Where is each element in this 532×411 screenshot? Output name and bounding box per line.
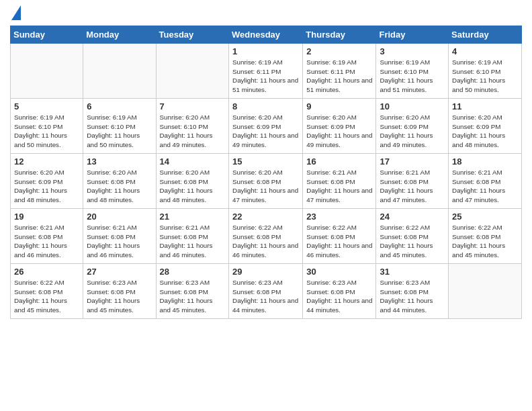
day-number: 13 xyxy=(87,156,152,167)
day-info: Sunrise: 6:22 AM Sunset: 6:08 PM Dayligh… xyxy=(306,223,372,260)
day-info: Sunrise: 6:20 AM Sunset: 6:08 PM Dayligh… xyxy=(232,168,299,205)
calendar-cell: 7Sunrise: 6:20 AM Sunset: 6:10 PM Daylig… xyxy=(156,99,229,154)
day-number: 19 xyxy=(14,212,79,222)
day-number: 6 xyxy=(87,101,152,111)
day-number: 22 xyxy=(232,212,299,222)
day-number: 12 xyxy=(14,156,79,167)
day-info: Sunrise: 6:20 AM Sunset: 6:09 PM Dayligh… xyxy=(232,113,299,150)
day-number: 30 xyxy=(306,267,372,277)
calendar-cell: 10Sunrise: 6:20 AM Sunset: 6:09 PM Dayli… xyxy=(376,99,449,154)
calendar-cell: 21Sunrise: 6:21 AM Sunset: 6:08 PM Dayli… xyxy=(156,209,229,264)
day-number: 23 xyxy=(306,212,372,222)
week-row-4: 19Sunrise: 6:21 AM Sunset: 6:08 PM Dayli… xyxy=(11,209,522,264)
calendar-cell: 25Sunrise: 6:22 AM Sunset: 6:08 PM Dayli… xyxy=(449,209,522,264)
calendar-cell: 15Sunrise: 6:20 AM Sunset: 6:08 PM Dayli… xyxy=(229,154,303,209)
day-info: Sunrise: 6:19 AM Sunset: 6:10 PM Dayligh… xyxy=(14,113,79,150)
weekday-friday: Friday xyxy=(376,26,449,44)
day-number: 26 xyxy=(14,267,79,277)
calendar-cell: 20Sunrise: 6:21 AM Sunset: 6:08 PM Dayli… xyxy=(83,209,156,264)
day-number: 24 xyxy=(380,212,445,222)
calendar-cell: 27Sunrise: 6:23 AM Sunset: 6:08 PM Dayli… xyxy=(83,264,156,319)
calendar-cell: 3Sunrise: 6:19 AM Sunset: 6:10 PM Daylig… xyxy=(376,44,449,99)
day-number: 2 xyxy=(306,46,372,56)
weekday-saturday: Saturday xyxy=(449,26,522,44)
page: SundayMondayTuesdayWednesdayThursdayFrid… xyxy=(0,0,532,411)
day-info: Sunrise: 6:23 AM Sunset: 6:08 PM Dayligh… xyxy=(380,278,445,315)
day-number: 16 xyxy=(306,156,372,167)
day-info: Sunrise: 6:19 AM Sunset: 6:10 PM Dayligh… xyxy=(452,58,518,95)
day-info: Sunrise: 6:20 AM Sunset: 6:09 PM Dayligh… xyxy=(14,168,79,205)
week-row-2: 5Sunrise: 6:19 AM Sunset: 6:10 PM Daylig… xyxy=(11,99,522,154)
day-info: Sunrise: 6:19 AM Sunset: 6:11 PM Dayligh… xyxy=(306,58,372,95)
calendar-cell: 12Sunrise: 6:20 AM Sunset: 6:09 PM Dayli… xyxy=(11,154,83,209)
calendar-cell xyxy=(83,44,156,99)
day-info: Sunrise: 6:21 AM Sunset: 6:08 PM Dayligh… xyxy=(380,168,445,205)
day-number: 14 xyxy=(160,156,226,167)
calendar-cell: 5Sunrise: 6:19 AM Sunset: 6:10 PM Daylig… xyxy=(11,99,83,154)
day-number: 29 xyxy=(232,267,299,277)
day-number: 28 xyxy=(160,267,226,277)
day-info: Sunrise: 6:20 AM Sunset: 6:08 PM Dayligh… xyxy=(87,168,152,205)
day-number: 3 xyxy=(380,46,445,56)
logo-triangle-icon xyxy=(11,5,21,20)
weekday-thursday: Thursday xyxy=(303,26,376,44)
calendar-cell: 22Sunrise: 6:22 AM Sunset: 6:08 PM Dayli… xyxy=(229,209,303,264)
day-number: 1 xyxy=(232,46,299,56)
day-info: Sunrise: 6:20 AM Sunset: 6:10 PM Dayligh… xyxy=(160,113,226,150)
day-info: Sunrise: 6:20 AM Sunset: 6:09 PM Dayligh… xyxy=(380,113,445,150)
day-number: 21 xyxy=(160,212,226,222)
day-number: 25 xyxy=(452,212,518,222)
day-number: 5 xyxy=(14,101,79,111)
day-number: 18 xyxy=(452,156,518,167)
calendar-cell: 4Sunrise: 6:19 AM Sunset: 6:10 PM Daylig… xyxy=(449,44,522,99)
calendar-cell: 16Sunrise: 6:21 AM Sunset: 6:08 PM Dayli… xyxy=(303,154,376,209)
day-number: 4 xyxy=(452,46,518,56)
calendar: SundayMondayTuesdayWednesdayThursdayFrid… xyxy=(10,26,522,319)
calendar-cell: 19Sunrise: 6:21 AM Sunset: 6:08 PM Dayli… xyxy=(11,209,83,264)
calendar-cell: 11Sunrise: 6:20 AM Sunset: 6:09 PM Dayli… xyxy=(449,99,522,154)
day-number: 15 xyxy=(232,156,299,167)
logo xyxy=(10,7,21,20)
calendar-cell xyxy=(449,264,522,319)
weekday-sunday: Sunday xyxy=(11,26,83,44)
day-number: 20 xyxy=(87,212,152,222)
day-info: Sunrise: 6:21 AM Sunset: 6:08 PM Dayligh… xyxy=(14,223,79,260)
day-info: Sunrise: 6:21 AM Sunset: 6:08 PM Dayligh… xyxy=(452,168,518,205)
calendar-cell: 17Sunrise: 6:21 AM Sunset: 6:08 PM Dayli… xyxy=(376,154,449,209)
calendar-cell: 30Sunrise: 6:23 AM Sunset: 6:08 PM Dayli… xyxy=(303,264,376,319)
calendar-cell: 8Sunrise: 6:20 AM Sunset: 6:09 PM Daylig… xyxy=(229,99,303,154)
day-info: Sunrise: 6:21 AM Sunset: 6:08 PM Dayligh… xyxy=(87,223,152,260)
day-info: Sunrise: 6:20 AM Sunset: 6:09 PM Dayligh… xyxy=(306,113,372,150)
day-info: Sunrise: 6:19 AM Sunset: 6:10 PM Dayligh… xyxy=(380,58,445,95)
day-info: Sunrise: 6:22 AM Sunset: 6:08 PM Dayligh… xyxy=(380,223,445,260)
day-info: Sunrise: 6:19 AM Sunset: 6:11 PM Dayligh… xyxy=(232,58,299,95)
day-number: 7 xyxy=(160,101,226,111)
calendar-cell: 18Sunrise: 6:21 AM Sunset: 6:08 PM Dayli… xyxy=(449,154,522,209)
calendar-cell: 28Sunrise: 6:23 AM Sunset: 6:08 PM Dayli… xyxy=(156,264,229,319)
calendar-cell: 2Sunrise: 6:19 AM Sunset: 6:11 PM Daylig… xyxy=(303,44,376,99)
weekday-tuesday: Tuesday xyxy=(156,26,229,44)
calendar-cell: 14Sunrise: 6:20 AM Sunset: 6:08 PM Dayli… xyxy=(156,154,229,209)
calendar-cell xyxy=(156,44,229,99)
calendar-cell: 13Sunrise: 6:20 AM Sunset: 6:08 PM Dayli… xyxy=(83,154,156,209)
day-info: Sunrise: 6:23 AM Sunset: 6:08 PM Dayligh… xyxy=(232,278,299,315)
calendar-cell xyxy=(11,44,83,99)
calendar-cell: 6Sunrise: 6:19 AM Sunset: 6:10 PM Daylig… xyxy=(83,99,156,154)
day-info: Sunrise: 6:20 AM Sunset: 6:09 PM Dayligh… xyxy=(452,113,518,150)
calendar-cell: 31Sunrise: 6:23 AM Sunset: 6:08 PM Dayli… xyxy=(376,264,449,319)
weekday-monday: Monday xyxy=(83,26,156,44)
week-row-3: 12Sunrise: 6:20 AM Sunset: 6:09 PM Dayli… xyxy=(11,154,522,209)
calendar-cell: 23Sunrise: 6:22 AM Sunset: 6:08 PM Dayli… xyxy=(303,209,376,264)
day-info: Sunrise: 6:20 AM Sunset: 6:08 PM Dayligh… xyxy=(160,168,226,205)
calendar-cell: 24Sunrise: 6:22 AM Sunset: 6:08 PM Dayli… xyxy=(376,209,449,264)
day-number: 31 xyxy=(380,267,445,277)
calendar-cell: 1Sunrise: 6:19 AM Sunset: 6:11 PM Daylig… xyxy=(229,44,303,99)
calendar-cell: 29Sunrise: 6:23 AM Sunset: 6:08 PM Dayli… xyxy=(229,264,303,319)
day-info: Sunrise: 6:22 AM Sunset: 6:08 PM Dayligh… xyxy=(14,278,79,315)
weekday-header-row: SundayMondayTuesdayWednesdayThursdayFrid… xyxy=(11,26,522,44)
calendar-cell: 26Sunrise: 6:22 AM Sunset: 6:08 PM Dayli… xyxy=(11,264,83,319)
day-info: Sunrise: 6:22 AM Sunset: 6:08 PM Dayligh… xyxy=(232,223,299,260)
day-number: 9 xyxy=(306,101,372,111)
week-row-1: 1Sunrise: 6:19 AM Sunset: 6:11 PM Daylig… xyxy=(11,44,522,99)
calendar-cell: 9Sunrise: 6:20 AM Sunset: 6:09 PM Daylig… xyxy=(303,99,376,154)
